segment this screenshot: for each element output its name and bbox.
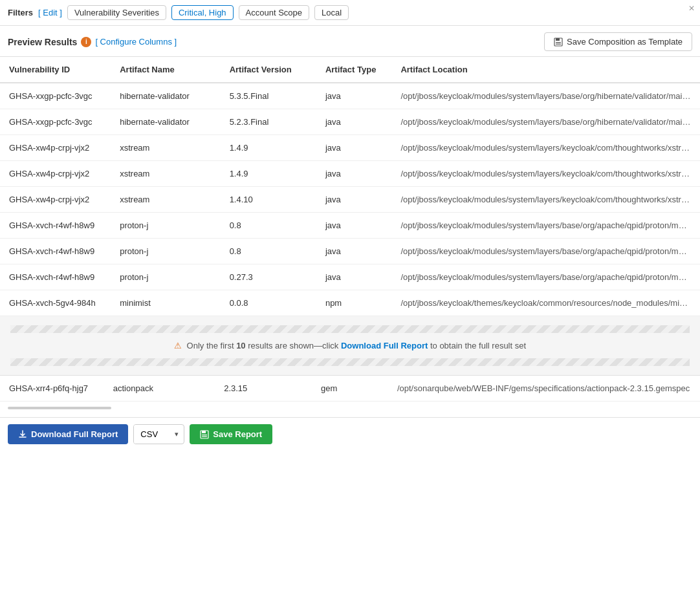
- cell-location-8: /opt/jboss/keycloak/themes/keycloak/comm…: [391, 290, 700, 316]
- table-row: GHSA-xvch-r4wf-h8w9 proton-j 0.8 java /o…: [0, 213, 700, 239]
- cell-location-extra: /opt/sonarqube/web/WEB-INF/gems/specific…: [388, 376, 700, 402]
- svg-rect-1: [556, 38, 560, 41]
- cell-version-2: 1.4.9: [221, 135, 316, 161]
- cell-type-0: java: [316, 83, 391, 109]
- cell-version-extra: 2.3.15: [215, 376, 312, 402]
- cell-name-5: proton-j: [111, 213, 220, 239]
- cell-vuln-id-2: GHSA-xw4p-crpj-vjx2: [0, 135, 111, 161]
- cell-name-0: hibernate-validator: [111, 83, 220, 109]
- svg-rect-3: [556, 43, 561, 44]
- cell-type-4: java: [316, 187, 391, 213]
- cell-type-1: java: [316, 109, 391, 135]
- warning-count: 10: [236, 341, 245, 350]
- scroll-bar-area: [0, 402, 700, 417]
- cell-vuln-id-8: GHSA-xvch-5gv4-984h: [0, 290, 111, 316]
- table-body: GHSA-xxgp-pcfc-3vgc hibernate-validator …: [0, 83, 700, 316]
- table-header: Vulnerability ID Artifact Name Artifact …: [0, 57, 700, 83]
- cell-vuln-id-4: GHSA-xw4p-crpj-vjx2: [0, 187, 111, 213]
- col-artifact-location: Artifact Location: [391, 57, 700, 83]
- cell-name-extra: actionpack: [104, 376, 215, 402]
- format-chevron-icon: ▾: [170, 425, 184, 443]
- extra-row-container: GHSA-xrr4-p6fq-hjg7 actionpack 2.3.15 ge…: [0, 375, 700, 402]
- cell-location-7: /opt/jboss/keycloak/modules/system/layer…: [391, 264, 700, 290]
- filter-bar: Filters [ Edit ] Vulnerability Severitie…: [0, 0, 700, 26]
- cell-type-6: java: [316, 239, 391, 264]
- cell-name-1: hibernate-validator: [111, 109, 220, 135]
- cell-location-6: /opt/jboss/keycloak/modules/system/layer…: [391, 239, 700, 264]
- table-row: GHSA-xvch-5gv4-984h minimist 0.0.8 npm /…: [0, 290, 700, 316]
- cell-location-1: /opt/jboss/keycloak/modules/system/layer…: [391, 109, 700, 135]
- cell-vuln-id-6: GHSA-xvch-r4wf-h8w9: [0, 239, 111, 264]
- cell-vuln-id-0: GHSA-xxgp-pcfc-3vgc: [0, 83, 111, 109]
- cell-version-8: 0.0.8: [221, 290, 316, 316]
- cell-version-4: 1.4.10: [221, 187, 316, 213]
- table-row: GHSA-xw4p-crpj-vjx2 xstream 1.4.9 java /…: [0, 135, 700, 161]
- format-select[interactable]: CSVJSONXLSX: [134, 425, 170, 444]
- svg-rect-7: [202, 436, 207, 436]
- cell-location-5: /opt/jboss/keycloak/modules/system/layer…: [391, 213, 700, 239]
- results-table-container: Vulnerability ID Artifact Name Artifact …: [0, 56, 700, 316]
- filter-chip-account-scope[interactable]: Account Scope: [239, 5, 309, 20]
- filter-chip-local[interactable]: Local: [314, 5, 349, 20]
- download-full-report-button[interactable]: Download Full Report: [8, 424, 128, 444]
- save-report-button[interactable]: Save Report: [190, 424, 272, 444]
- info-icon[interactable]: i: [81, 37, 91, 47]
- download-button-label: Download Full Report: [31, 429, 118, 439]
- cell-version-0: 5.3.5.Final: [221, 83, 316, 109]
- preview-header: Preview Results i [ Configure Columns ] …: [0, 26, 700, 56]
- cell-location-2: /opt/jboss/keycloak/modules/system/layer…: [391, 135, 700, 161]
- results-table: Vulnerability ID Artifact Name Artifact …: [0, 57, 700, 316]
- extra-row-body: GHSA-xrr4-p6fq-hjg7 actionpack 2.3.15 ge…: [0, 376, 700, 402]
- filter-chip-critical-high[interactable]: Critical, High: [171, 5, 234, 20]
- cell-type-extra: gem: [312, 376, 388, 402]
- filter-chip-vuln-severities[interactable]: Vulnerability Severities: [67, 5, 166, 20]
- table-row: GHSA-xvch-r4wf-h8w9 proton-j 0.8 java /o…: [0, 239, 700, 264]
- cell-name-8: minimist: [111, 290, 220, 316]
- cell-location-3: /opt/jboss/keycloak/modules/system/layer…: [391, 161, 700, 187]
- table-row: GHSA-xxgp-pcfc-3vgc hibernate-validator …: [0, 109, 700, 135]
- warning-suffix: to obtain the full result set: [428, 341, 526, 350]
- table-row: GHSA-xw4p-crpj-vjx2 xstream 1.4.10 java …: [0, 187, 700, 213]
- warning-download-link[interactable]: Download Full Report: [341, 341, 428, 350]
- cell-vuln-id-extra: GHSA-xrr4-p6fq-hjg7: [0, 376, 104, 402]
- col-artifact-type: Artifact Type: [316, 57, 391, 83]
- cell-vuln-id-1: GHSA-xxgp-pcfc-3vgc: [0, 109, 111, 135]
- preview-left: Preview Results i [ Configure Columns ]: [8, 37, 177, 47]
- cell-location-0: /opt/jboss/keycloak/modules/system/layer…: [391, 83, 700, 109]
- cell-version-3: 1.4.9: [221, 161, 316, 187]
- cell-name-2: xstream: [111, 135, 220, 161]
- save-template-button[interactable]: Save Composition as Template: [544, 32, 692, 51]
- cell-vuln-id-3: GHSA-xw4p-crpj-vjx2: [0, 161, 111, 187]
- warning-banner: ⚠ Only the first 10 results are shown—cl…: [0, 316, 700, 375]
- save-template-icon: [554, 38, 563, 47]
- horizontal-scrollbar[interactable]: [8, 407, 111, 409]
- svg-rect-6: [202, 435, 207, 435]
- save-icon: [200, 430, 209, 439]
- footer-bar: Download Full Report CSVJSONXLSX ▾ Save …: [0, 417, 700, 451]
- warning-middle: results are shown—click: [246, 341, 341, 350]
- cell-type-3: java: [316, 161, 391, 187]
- col-artifact-name: Artifact Name: [111, 57, 220, 83]
- warning-icon: ⚠: [174, 341, 182, 350]
- save-template-label: Save Composition as Template: [567, 37, 683, 47]
- svg-rect-2: [556, 42, 561, 43]
- cell-location-4: /opt/jboss/keycloak/modules/system/layer…: [391, 187, 700, 213]
- extra-row-table: GHSA-xrr4-p6fq-hjg7 actionpack 2.3.15 ge…: [0, 376, 700, 402]
- preview-results-title: Preview Results: [8, 37, 77, 47]
- filters-label: Filters: [8, 8, 33, 17]
- cell-name-4: xstream: [111, 187, 220, 213]
- table-row: GHSA-xvch-r4wf-h8w9 proton-j 0.27.3 java…: [0, 264, 700, 290]
- col-artifact-version: Artifact Version: [221, 57, 316, 83]
- cell-vuln-id-5: GHSA-xvch-r4wf-h8w9: [0, 213, 111, 239]
- configure-columns-link[interactable]: [ Configure Columns ]: [95, 37, 177, 47]
- cell-version-5: 0.8: [221, 213, 316, 239]
- download-icon: [18, 430, 27, 439]
- col-vuln-id: Vulnerability ID: [0, 57, 111, 83]
- close-filter-icon[interactable]: ✕: [688, 4, 695, 13]
- cell-vuln-id-7: GHSA-xvch-r4wf-h8w9: [0, 264, 111, 290]
- cell-version-7: 0.27.3: [221, 264, 316, 290]
- filter-edit-link[interactable]: [ Edit ]: [38, 8, 62, 17]
- svg-rect-5: [202, 431, 206, 433]
- cell-type-7: java: [316, 264, 391, 290]
- format-select-wrap: CSVJSONXLSX ▾: [133, 424, 184, 444]
